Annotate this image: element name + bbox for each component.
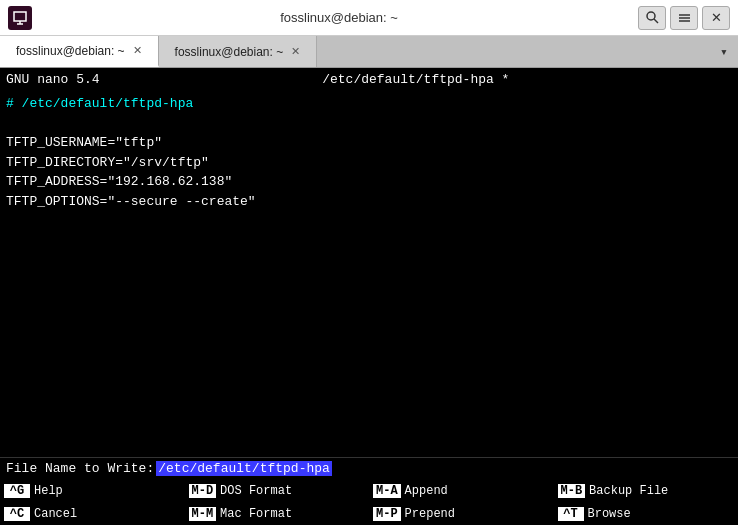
main-content: GNU nano 5.4 /etc/default/tftpd-hpa * # … [0,68,738,525]
close-button[interactable]: ✕ [702,6,730,30]
shortcut-key-mac: M-M [189,507,217,521]
line-2: TFTP_DIRECTORY="/srv/tftp" [6,155,209,170]
search-button[interactable] [638,6,666,30]
shortcut-prepend[interactable]: M-P Prepend [369,507,554,521]
shortcut-backup[interactable]: M-B Backup File [554,484,739,498]
line-4: TFTP_OPTIONS="--secure --create" [6,194,256,209]
shortcut-key-browse: ^T [558,507,584,521]
line-1: TFTP_USERNAME="tftp" [6,135,162,150]
tab-1-close[interactable]: ✕ [291,45,300,58]
svg-line-4 [654,19,658,23]
app-icon [8,6,32,30]
shortcut-mac-format[interactable]: M-M Mac Format [185,507,370,521]
shortcut-key-backup: M-B [558,484,586,498]
menu-button[interactable] [670,6,698,30]
shortcut-key-append: M-A [373,484,401,498]
nano-filename: /etc/default/tftpd-hpa * [100,72,732,87]
shortcut-label-help: Help [34,484,63,498]
shortcut-label-mac: Mac Format [220,507,292,521]
line-3: TFTP_ADDRESS="192.168.62.138" [6,174,232,189]
shortcut-label-dos: DOS Format [220,484,292,498]
tab-0[interactable]: fosslinux@debian: ~ ✕ [0,36,159,67]
filename-prompt-label: File Name to Write: [6,461,154,476]
shortcut-dos-format[interactable]: M-D DOS Format [185,484,370,498]
shortcut-label-browse: Browse [588,507,631,521]
shortcut-key-prepend: M-P [373,507,401,521]
window-title: fosslinux@debian: ~ [40,10,638,25]
shortcut-key-cancel: ^C [4,507,30,521]
shortcut-row-1: ^C Cancel M-M Mac Format M-P Prepend ^T … [0,502,738,525]
tab-1-label: fosslinux@debian: ~ [175,45,284,59]
shortcut-label-append: Append [405,484,448,498]
shortcut-label-prepend: Prepend [405,507,455,521]
svg-rect-0 [14,12,26,21]
editor-area[interactable]: # /etc/default/tftpd-hpa TFTP_USERNAME="… [0,90,738,457]
window-controls: ✕ [638,6,730,30]
tab-0-label: fosslinux@debian: ~ [16,44,125,58]
nano-version: GNU nano 5.4 [6,72,100,87]
tab-0-close[interactable]: ✕ [133,44,142,57]
shortcut-key-dos: M-D [189,484,217,498]
shortcut-label-cancel: Cancel [34,507,77,521]
comment-line: # /etc/default/tftpd-hpa [6,96,193,111]
filename-value: /etc/default/tftpd-hpa [156,461,332,476]
shortcut-key-help: ^G [4,484,30,498]
shortcut-cancel[interactable]: ^C Cancel [0,507,185,521]
tab-dropdown[interactable]: ▾ [710,36,738,67]
nano-header: GNU nano 5.4 /etc/default/tftpd-hpa * [0,68,738,90]
tab-1[interactable]: fosslinux@debian: ~ ✕ [159,36,318,67]
svg-point-3 [647,12,655,20]
title-bar: fosslinux@debian: ~ ✕ [0,0,738,36]
shortcut-browse[interactable]: ^T Browse [554,507,739,521]
shortcut-label-backup: Backup File [589,484,668,498]
filename-bar: File Name to Write: /etc/default/tftpd-h… [0,457,738,479]
shortcut-row-0: ^G Help M-D DOS Format M-A Append M-B Ba… [0,479,738,502]
tab-bar: fosslinux@debian: ~ ✕ fosslinux@debian: … [0,36,738,68]
shortcut-help[interactable]: ^G Help [0,484,185,498]
shortcut-bar: ^G Help M-D DOS Format M-A Append M-B Ba… [0,479,738,525]
shortcut-append[interactable]: M-A Append [369,484,554,498]
